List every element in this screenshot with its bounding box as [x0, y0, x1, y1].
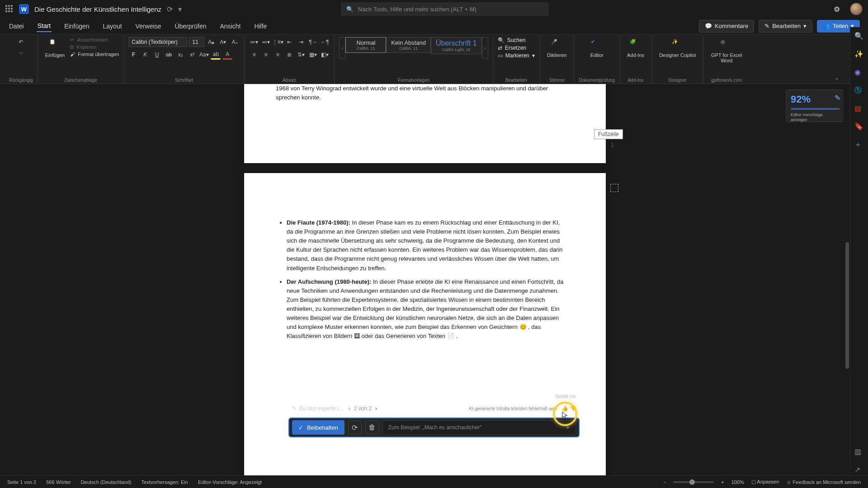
clear-format-button[interactable]: Aₓ — [230, 37, 240, 47]
styles-next-button[interactable]: › — [482, 37, 488, 59]
style-no-spacing[interactable]: Kein AbstandCalibri, 11 — [386, 37, 431, 53]
undo-button[interactable]: ↶ — [16, 37, 26, 47]
subscript-button[interactable]: x₂ — [175, 50, 185, 60]
font-color-button[interactable]: A — [222, 50, 232, 60]
outdent-button[interactable]: ⇤ — [284, 37, 294, 47]
font-family-input[interactable] — [128, 37, 187, 47]
tab-verweise[interactable]: Verweise — [135, 21, 162, 32]
send-icon[interactable]: ➤ — [566, 424, 570, 431]
tab-ansicht[interactable]: Ansicht — [219, 21, 241, 32]
align-right-button[interactable]: ≡ — [273, 50, 283, 60]
header-area-icon[interactable] — [610, 184, 618, 192]
document-title[interactable]: Die Geschichte der Künstlichen Intellige… — [34, 5, 161, 13]
pager-next-button[interactable]: › — [375, 405, 377, 412]
font-size-input[interactable] — [189, 37, 204, 47]
copilot-prompt-input[interactable]: Zum Beispiel: „Mach es anschaulicher" ➤ — [382, 420, 576, 435]
tab-start[interactable]: Start — [37, 20, 52, 32]
feed-icon[interactable]: ▤ — [854, 104, 864, 114]
dictate-button[interactable]: 🎤Diktieren — [544, 37, 569, 60]
discard-button[interactable]: 🗑 — [365, 421, 379, 434]
italic-button[interactable]: K — [140, 50, 150, 60]
plus-icon[interactable]: ＋ — [854, 140, 864, 150]
paste-button[interactable]: 📋Einfügen — [42, 37, 67, 60]
strikethrough-button[interactable]: ab — [164, 50, 174, 60]
zoom-out-button[interactable]: − — [663, 479, 666, 485]
chevron-down-icon[interactable]: ▾ — [178, 5, 182, 14]
prompt-chip[interactable]: ✎Du bist experte i… — [292, 405, 344, 412]
zoom-level[interactable]: 100% — [731, 479, 744, 485]
ribbon-collapse-button[interactable]: ⌄ — [835, 75, 839, 81]
justify-button[interactable]: ≣ — [284, 50, 294, 60]
tab-ueberpruefen[interactable]: Überprüfen — [174, 21, 207, 32]
thumbs-down-icon[interactable]: 👎 — [570, 405, 576, 412]
pager-prev-button[interactable]: ‹ — [349, 405, 350, 412]
fit-button[interactable]: ▢ Anpassen — [751, 479, 779, 485]
vertical-scrollbar[interactable] — [844, 84, 850, 475]
edit-mode-button[interactable]: ✎Bearbeiten▾ — [759, 20, 812, 33]
tab-datei[interactable]: Datei — [8, 21, 25, 32]
redo-button[interactable]: ↷ — [16, 49, 26, 59]
comments-button[interactable]: 💬Kommentare — [699, 20, 754, 33]
styles-prev-button[interactable]: ‹ — [339, 37, 345, 59]
status-page[interactable]: Seite 1 von 2 — [7, 479, 36, 485]
status-editor[interactable]: Editor-Vorschläge: Angezeigt — [198, 479, 262, 485]
panel-icon[interactable]: ▥ — [854, 447, 864, 457]
grow-font-button[interactable]: A▴ — [206, 37, 216, 47]
user-avatar[interactable] — [850, 3, 863, 15]
rtl-button[interactable]: ←¶ — [320, 37, 330, 47]
style-heading1[interactable]: Überschrift 1Calibri Light, 16 — [431, 37, 482, 54]
status-words[interactable]: 566 Wörter — [46, 479, 71, 485]
footer-label[interactable]: Fußzeile — [594, 129, 623, 139]
zoom-slider[interactable] — [673, 481, 714, 483]
gpt-button[interactable]: ◎GPT for Excel Word — [708, 37, 745, 65]
external-icon[interactable]: ↗ — [854, 465, 864, 475]
select-button[interactable]: ▭Markieren▾ — [498, 52, 535, 59]
status-predictions[interactable]: Textvorhersagen: Ein — [142, 479, 188, 485]
line-spacing-button[interactable]: ⇅▾ — [296, 50, 306, 60]
align-left-button[interactable]: ≡ — [249, 50, 259, 60]
teams-icon[interactable]: ◉ — [854, 68, 864, 78]
thumbs-up-icon[interactable]: 👍 — [561, 405, 568, 412]
multilevel-button[interactable]: ⋮≡▾ — [273, 37, 283, 47]
keep-button[interactable]: ✓Beibehalten — [292, 420, 344, 435]
copilot-icon[interactable]: ✨ — [854, 50, 864, 60]
indent-button[interactable]: ⇥ — [296, 37, 306, 47]
search-input[interactable]: 🔍 Nach Tools, Hilfe und mehr suchen (ALT… — [341, 2, 549, 16]
search-icon[interactable]: 🔍 — [854, 32, 864, 42]
borders-button[interactable]: ▦▾ — [308, 50, 318, 60]
bookmark-icon[interactable]: 🔖 — [854, 122, 864, 132]
cut-button[interactable]: ✂Ausschneiden — [70, 37, 119, 43]
feedback-button[interactable]: ☺ Feedback an Microsoft senden — [786, 479, 861, 485]
tab-layout[interactable]: Layout — [102, 21, 123, 32]
style-normal[interactable]: NormalCalibri, 11 — [345, 37, 386, 53]
superscript-button[interactable]: x² — [187, 50, 197, 60]
highlight-button[interactable]: ab — [211, 50, 221, 60]
status-language[interactable]: Deutsch (Deutschland) — [81, 479, 132, 485]
skype-icon[interactable]: Ⓢ — [854, 86, 864, 96]
bullets-button[interactable]: ≔▾ — [249, 37, 259, 47]
designer-copilot-button[interactable]: ✨Designer Copilot — [656, 37, 698, 60]
editor-button[interactable]: ✔Editor — [588, 37, 606, 60]
editor-score-panel[interactable]: 92% ✎ Editor-Vorschläge anzeigen — [786, 89, 844, 122]
addins-button[interactable]: 🧩Add-Ins — [624, 37, 647, 60]
align-center-button[interactable]: ≡ — [261, 50, 271, 60]
bold-button[interactable]: F — [128, 50, 138, 60]
zoom-in-button[interactable]: + — [721, 479, 724, 485]
case-button[interactable]: Aa▾ — [199, 50, 209, 60]
numbering-button[interactable]: ≕▾ — [261, 37, 271, 47]
underline-button[interactable]: U — [152, 50, 162, 60]
regenerate-button[interactable]: ⟳ — [348, 421, 362, 434]
format-painter-button[interactable]: 🖌Format übertragen — [70, 52, 119, 57]
ribbon-group-dictate: 🎤Diktieren Stimme — [540, 34, 574, 84]
tab-einfuegen[interactable]: Einfügen — [63, 21, 90, 32]
replace-button[interactable]: ⇄Ersetzen — [498, 45, 526, 51]
tab-hilfe[interactable]: Hilfe — [253, 21, 268, 32]
ribbon-group-font: A▴ A▾ Aₓ F K U ab x₂ x² Aa▾ ab A Schrift… — [124, 34, 245, 84]
shrink-font-button[interactable]: A▾ — [218, 37, 228, 47]
ltr-button[interactable]: ¶→ — [308, 37, 318, 47]
find-button[interactable]: 🔍Suchen — [498, 37, 526, 43]
app-launcher-icon[interactable] — [5, 5, 14, 13]
shading-button[interactable]: ◧▾ — [320, 50, 330, 60]
copy-button[interactable]: ⧉Kopieren — [70, 44, 119, 50]
settings-icon[interactable]: ⚙ — [834, 5, 842, 13]
